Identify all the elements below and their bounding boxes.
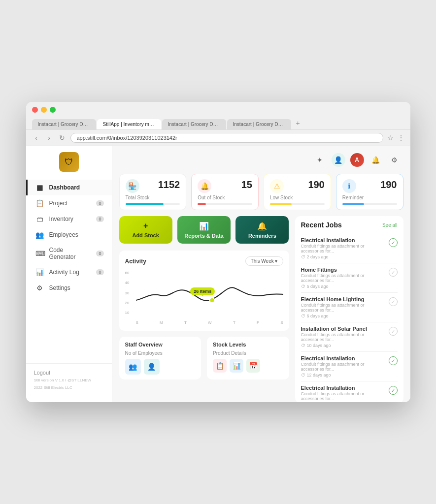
left-column: + Add Stock 📊 Reports & Data 🔔 Reminders [119,216,289,402]
employees-blue-button[interactable]: 👥 [125,359,141,375]
x-label-w: W [208,320,212,325]
logo-icon: 🛡 [65,157,73,167]
add-stock-button[interactable]: + Add Stock [119,216,172,244]
job-desc: Conduit fittings as attachment or access… [301,362,385,372]
total-stock-label: Total Stock [126,195,180,200]
sidebar-logo: 🛡 [26,152,112,172]
sidebar-item-activity-log[interactable]: 📊 Activity Log 0 [26,264,112,280]
employees-teal-button[interactable]: 👤 [144,359,160,375]
new-tab-button[interactable]: + [292,117,304,129]
reload-button[interactable]: ↻ [58,133,67,142]
sidebar-item-inventory[interactable]: 🗃 Inventory 0 [26,211,112,227]
activity-icon: 📊 [35,268,44,276]
job-check-icon: ✓ [389,356,398,365]
y-label-60: 60 [125,271,134,275]
job-info: Electrical Installation Conduit fittings… [301,237,385,259]
total-stock-bar [126,203,164,205]
reminders-icon: 🔔 [257,221,267,231]
job-time: ⏱ 12 days ago [301,373,385,378]
low-stock-icon: ⚠ [270,179,284,193]
star-icon[interactable]: ☆ [387,134,394,142]
low-stock-label: Low Stock [270,195,325,200]
sparkle-icon[interactable]: ✦ [313,153,327,167]
bottom-row: Staff Overview No of Employees 👥 👤 Stock… [119,337,289,379]
chart-tooltip: 26 Items [190,287,215,295]
close-button[interactable] [32,107,38,113]
browser-tab-1[interactable]: Instacart | Grocery Delivery o... [32,119,96,129]
sidebar-item-dashboard[interactable]: ▦ Dashboard [26,180,112,195]
x-label-s2: S [280,320,283,325]
job-time: ⏱ 2 days ago [301,254,385,259]
sidebar-footer: Logout Still version V 1.0 I @STILLNEW 2… [26,363,112,396]
reminders-label: Reminders [248,233,276,239]
reminders-button[interactable]: 🔔 Reminders [235,216,289,244]
job-title: Electrical Installation [301,355,385,361]
recent-jobs-title: Recent Jobs [301,221,342,229]
activity-header: Activity This Week ▾ [125,256,283,266]
avatar[interactable]: A [350,153,364,167]
sidebar-item-settings[interactable]: ⚙ Settings [26,280,112,296]
stock-title: Stock Levels [213,342,283,347]
activity-card: Activity This Week ▾ 60 40 30 20 10 [119,251,289,331]
job-title: Installation of Solar Panel [301,326,385,332]
main-content: ✦ 👤 A 🔔 ⚙ 🏪 1152 Total Stock [112,146,410,402]
employee-icons: 👥 👤 [125,359,196,375]
staff-subtitle: No of Employees [125,350,196,356]
dashboard-icon: ▦ [35,184,44,191]
inventory-label: Inventory [49,216,73,222]
app-logo: 🛡 [59,152,79,172]
job-item[interactable]: Electrical Installation Conduit fittings… [301,352,398,381]
user-green-icon[interactable]: 👤 [332,153,345,167]
main-two-col: + Add Stock 📊 Reports & Data 🔔 Reminders [119,216,403,402]
forward-button[interactable]: › [45,133,54,142]
stock-red-button[interactable]: 📋 [213,359,227,373]
logout-button[interactable]: Logout [34,370,104,376]
job-item[interactable]: Home Fittings Conduit fittings as attach… [301,263,398,293]
reminder-label: Reminder [342,195,397,200]
x-label-m: M [160,320,163,325]
sidebar-item-project[interactable]: 📋 Project 0 [26,195,112,211]
settings-label: Settings [49,284,70,291]
extension-icon[interactable]: ⋮ [398,134,404,142]
sidebar-item-code-generator[interactable]: ⌨ Code Generator 0 [26,243,112,264]
chart-y-labels: 60 40 30 20 10 [125,271,134,315]
project-label: Project [49,200,67,207]
tabs-bar: Instacart | Grocery Delivery o... StillA… [32,117,404,129]
browser-tab-4[interactable]: Instacart | Grocery Delivery o... [227,119,291,129]
activity-title: Activity [125,258,146,265]
browser-tab-2[interactable]: StillApp | Inventory manageme... [97,119,161,129]
see-all-button[interactable]: See all [382,222,398,228]
stat-card-reminder: ℹ 190 Reminder [336,174,403,210]
add-stock-label: Add Stock [132,232,159,238]
sidebar-nav: ▦ Dashboard 📋 Project 0 🗃 Inventory 0 👥 … [26,180,112,363]
stock-subtitle: Product Details [213,350,283,356]
gear-header-icon[interactable]: ⚙ [388,153,402,167]
job-item[interactable]: Installation of Solar Panel Conduit fitt… [301,322,398,352]
fullscreen-button[interactable] [50,107,56,113]
url-input[interactable]: app.still.com/0/inbox/1203920311023142r [70,133,383,143]
job-desc: Conduit fittings as attachment or access… [301,273,385,283]
minimize-button[interactable] [41,107,47,113]
right-column: Recent Jobs See all Electrical Installat… [295,216,403,402]
job-item[interactable]: Electrical Installation Conduit fittings… [301,234,398,263]
clock-icon: ⏱ [301,284,305,289]
job-desc: Conduit fittings as attachment or access… [301,244,385,253]
y-label-10: 10 [125,311,134,315]
x-label-t1: T [184,320,187,325]
clock-icon: ⏱ [301,314,305,318]
out-of-stock-icon: 🔔 [198,179,211,193]
stock-green-button[interactable]: 📅 [246,359,260,373]
stock-blue-button[interactable]: 📊 [230,359,243,373]
job-item[interactable]: Electrical Home Lighting Conduit fitting… [301,293,398,322]
back-button[interactable]: ‹ [32,133,41,142]
recent-jobs-panel: Recent Jobs See all Electrical Installat… [295,216,403,402]
week-selector[interactable]: This Week ▾ [245,256,283,266]
notification-icon[interactable]: 🔔 [369,153,383,167]
reports-data-button[interactable]: 📊 Reports & Data [177,216,231,244]
browser-window: Instacart | Grocery Delivery o... StillA… [26,102,410,402]
sidebar-item-employees[interactable]: 👥 Employees [26,227,112,243]
job-item[interactable]: Electrical Installation Conduit fittings… [301,381,398,402]
browser-tab-3[interactable]: Instacart | Grocery Delivery o... [162,119,226,129]
version-line1: Still version V 1.0 I @STILLNEW [34,378,104,383]
total-stock-value: 1152 [158,179,180,190]
